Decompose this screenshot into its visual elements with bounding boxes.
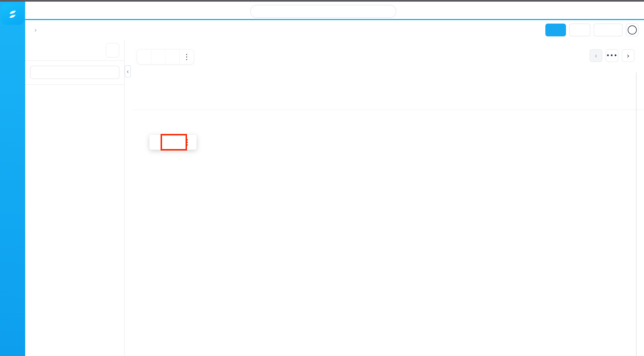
pagination: ‹ ••• › — [584, 49, 634, 62]
chevron-down-icon[interactable] — [385, 8, 391, 15]
import-data-button[interactable] — [569, 24, 590, 36]
page-actions — [545, 24, 639, 36]
chat-button[interactable] — [166, 50, 180, 64]
prev-page-button[interactable]: ‹ — [590, 49, 602, 62]
lists-header — [25, 40, 124, 61]
download-icon — [575, 27, 582, 33]
page-header: › — [25, 20, 644, 40]
more-actions-button[interactable]: ⋮ — [180, 50, 194, 64]
collapse-sidebar-button[interactable]: ‹ — [125, 65, 131, 77]
wrench-icon — [600, 27, 606, 33]
add-list-button[interactable] — [106, 43, 119, 58]
table-header — [132, 72, 644, 91]
help-button[interactable] — [626, 24, 639, 36]
global-search[interactable] — [250, 5, 396, 18]
search-icon — [256, 8, 262, 15]
lists-sidebar — [25, 40, 125, 356]
table-filter-row — [132, 91, 644, 110]
global-header — [25, 2, 644, 19]
module-rail — [0, 2, 25, 356]
page-more-button[interactable]: ••• — [606, 49, 618, 62]
annotation-highlight — [160, 134, 187, 150]
chat-icon — [169, 53, 176, 61]
pencil-icon — [140, 53, 148, 61]
tags-divider — [25, 84, 124, 85]
bulk-actions: ⋮ — [137, 49, 194, 65]
table-body — [132, 110, 644, 356]
trash-icon — [154, 53, 162, 61]
crm-app: › — [0, 0, 644, 356]
chevron-down-icon — [612, 28, 617, 33]
list-search-input[interactable] — [30, 66, 119, 79]
add-lead-button[interactable] — [545, 24, 566, 36]
app-logo[interactable] — [1, 4, 24, 25]
window-top-strip — [0, 0, 644, 2]
customize-button[interactable] — [594, 24, 622, 36]
delete-button[interactable] — [151, 50, 166, 64]
lead-table-area: ‹ ⋮ ‹ ••• › — [125, 40, 644, 356]
next-page-button[interactable]: › — [622, 49, 634, 62]
plus-icon — [551, 27, 557, 33]
question-icon — [628, 26, 637, 35]
list-search — [30, 66, 119, 79]
scrollbar-track[interactable] — [636, 72, 636, 356]
breadcrumb-separator-icon: › — [34, 26, 37, 34]
breadcrumb: › — [30, 26, 41, 34]
more-icon: ⋮ — [183, 53, 190, 61]
edit-button[interactable] — [137, 50, 151, 64]
